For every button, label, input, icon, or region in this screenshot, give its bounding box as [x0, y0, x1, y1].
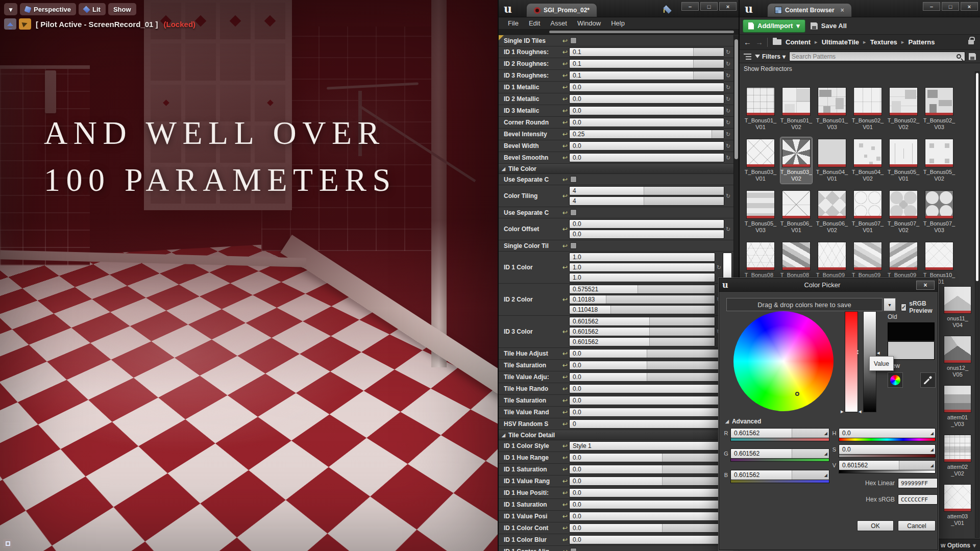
reset-to-default-icon[interactable]: ↩	[561, 409, 569, 416]
refresh-icon[interactable]: ↻	[724, 155, 732, 161]
lit-mode-button[interactable]: Lit	[79, 3, 106, 15]
advanced-section-header[interactable]: ◢ Advanced	[725, 418, 761, 425]
value-slider[interactable]: 0.110418	[569, 305, 715, 314]
show-button[interactable]: Show	[108, 3, 136, 15]
refresh-icon[interactable]: ↻	[724, 72, 732, 79]
show-redirectors-label[interactable]: Show Redirectors	[740, 63, 980, 74]
reset-to-default-icon[interactable]: ↩	[561, 209, 569, 216]
value-slider[interactable]: 0.10183	[569, 295, 715, 304]
value-slider[interactable]: 0.0	[569, 94, 724, 104]
refresh-icon[interactable]: ↻	[724, 185, 732, 207]
value-slider[interactable]: 0.0	[569, 396, 724, 405]
search-input[interactable]	[792, 53, 957, 60]
reset-to-default-icon[interactable]: ↩	[561, 362, 569, 369]
reset-to-default-icon[interactable]: ↩	[561, 501, 569, 508]
horizontal-scrollbar-thumb[interactable]	[549, 31, 734, 33]
minimize-button[interactable]: –	[681, 2, 699, 11]
eject-pilot-button[interactable]	[4, 18, 16, 30]
color-dropzone[interactable]: Drag & drop colors here to save	[726, 298, 883, 311]
reset-to-default-icon[interactable]: ↩	[561, 48, 569, 56]
close-button[interactable]: ×	[916, 281, 935, 290]
value-slider[interactable]: 4	[569, 196, 724, 206]
breadcrumb-ultimatetile[interactable]: UltimateTile	[822, 38, 859, 46]
value-slider[interactable]: 0.0	[569, 500, 724, 509]
value-slider[interactable]: 0.1	[569, 71, 724, 80]
reset-to-default-icon[interactable]: ↩	[561, 242, 569, 249]
value-channel-slider[interactable]: V 0.601562◢	[831, 460, 936, 470]
refresh-icon[interactable]: ↻	[724, 61, 732, 67]
reset-to-default-icon[interactable]: ↩	[561, 478, 569, 485]
param-dropdown[interactable]: Style 1	[569, 441, 732, 450]
save-search-icon[interactable]	[969, 53, 976, 60]
refresh-icon[interactable]: ↻	[724, 143, 732, 149]
tab-close-icon[interactable]: ×	[841, 7, 844, 14]
param-checkbox[interactable]	[570, 37, 577, 44]
sources-panel-icon[interactable]	[744, 54, 751, 60]
value-slider[interactable]: 0.0	[569, 361, 724, 370]
reset-to-default-icon[interactable]: ↩	[561, 60, 569, 67]
saturation-bar[interactable]	[845, 311, 858, 412]
asset-tile-onus12-v05[interactable]: onus12_V05	[942, 334, 973, 380]
perspective-button[interactable]: Perspective	[20, 3, 76, 15]
reset-to-default-icon[interactable]: ↩	[561, 350, 569, 357]
value-slider[interactable]: 0.1	[569, 47, 724, 57]
filters-button[interactable]: Filters ▾	[755, 53, 786, 60]
value-slider[interactable]: 0.0	[569, 118, 724, 127]
view-options-button[interactable]: w Options	[941, 542, 970, 549]
hue-channel-slider[interactable]: H 0.0◢	[831, 428, 936, 438]
hex-srgb-input[interactable]: CCCCCCFF	[898, 494, 938, 505]
value-slider[interactable]: 1.0	[569, 253, 715, 262]
refresh-icon[interactable]: ↻	[724, 131, 732, 138]
value-slider[interactable]: 0.0	[569, 372, 724, 382]
pilot-camera-button[interactable]	[19, 18, 31, 30]
srgb-preview-toggle[interactable]: ✓ sRGB Preview	[901, 300, 938, 314]
value-slider[interactable]: 0.0	[569, 106, 724, 115]
forward-button[interactable]: →	[755, 38, 763, 46]
content-scrollbar-thumb[interactable]	[976, 73, 978, 281]
content-browser-titlebar[interactable]: u Content Browser × – □ ×	[740, 0, 980, 17]
asset-tile-t-bonus07-v03[interactable]: T_Bonus07_V03	[923, 189, 955, 235]
reset-to-default-icon[interactable]: ↩	[561, 176, 569, 183]
close-button[interactable]: ×	[961, 2, 978, 11]
menu-file[interactable]: File	[503, 19, 524, 27]
reset-to-default-icon[interactable]: ↩	[561, 131, 569, 138]
close-button[interactable]: ×	[719, 2, 737, 11]
saturation-handle-right-icon[interactable]: ◂	[859, 409, 862, 414]
reset-to-default-icon[interactable]: ↩	[561, 513, 569, 520]
asset-tile-t-bonus07-v02[interactable]: T_Bonus07_V02	[888, 189, 919, 235]
eyedropper-button[interactable]	[920, 372, 936, 388]
asset-tile-attern03-v01[interactable]: attern03_V01	[942, 483, 973, 528]
menu-edit[interactable]: Edit	[524, 19, 545, 27]
value-slider[interactable]: 0	[569, 419, 724, 429]
saturation-channel-slider[interactable]: S 0.0◢	[831, 444, 936, 455]
value-slider[interactable]: 0.601562	[569, 327, 715, 336]
value-slider[interactable]: 1.0	[569, 273, 715, 282]
value-slider[interactable]: 4	[569, 186, 724, 195]
level-viewport[interactable]: AND WELL OVER 100 PARAMETERS ▾ Perspecti…	[0, 0, 498, 551]
dropzone-expand-button[interactable]: ▾	[884, 298, 896, 311]
reset-to-default-icon[interactable]: ↩	[561, 548, 569, 551]
param-checkbox[interactable]	[570, 242, 577, 249]
param-checkbox[interactable]	[570, 209, 577, 216]
value-slider[interactable]: 0.0	[569, 477, 724, 486]
reset-to-default-icon[interactable]: ↩	[561, 489, 569, 496]
material-editor-titlebar[interactable]: u SGI_Promo_02* – □ ×	[499, 0, 739, 17]
reset-to-default-icon[interactable]: ↩	[561, 185, 569, 207]
param-checkbox[interactable]	[570, 176, 577, 183]
tutorial-cap-icon[interactable]	[663, 5, 672, 12]
asset-tile-t-bonus01-v02[interactable]: T_Bonus01_V02	[780, 86, 812, 132]
reset-to-default-icon[interactable]: ↩	[561, 119, 569, 126]
section-tile-color[interactable]: ◢Tile Color	[499, 164, 733, 174]
value-slider[interactable]: 0.0	[569, 349, 724, 358]
red-channel-slider[interactable]: R 0.601562◢	[723, 428, 829, 438]
value-slider[interactable]: 0.601562	[569, 337, 715, 346]
asset-tile-attern01-v03[interactable]: attern01_V03	[942, 384, 973, 429]
asset-tile-t-bonus04-v02[interactable]: T_Bonus04_V02	[852, 137, 884, 184]
asset-tile-t-bonus02-v03[interactable]: T_Bonus02_V03	[923, 86, 955, 132]
maximize-button[interactable]: □	[942, 2, 959, 11]
minimize-button[interactable]: –	[923, 2, 940, 11]
tab-material-instance[interactable]: SGI_Promo_02*	[526, 3, 597, 17]
value-slider[interactable]: 0.0	[569, 83, 724, 92]
checkbox-checked-icon[interactable]: ✓	[901, 304, 906, 311]
reset-to-default-icon[interactable]: ↩	[561, 536, 569, 543]
